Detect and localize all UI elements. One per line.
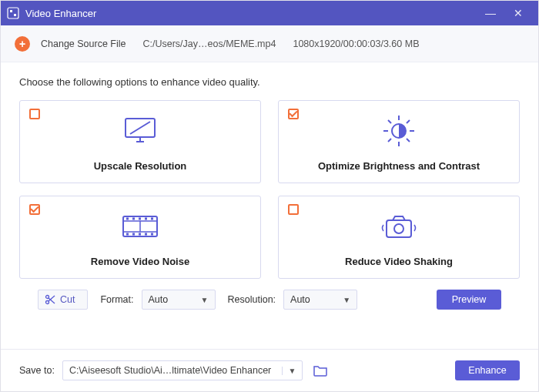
save-bar: Save to: C:\Aiseesoft Studio\Ai…ltimate\… xyxy=(1,350,538,391)
format-label: Format: xyxy=(100,294,133,305)
option-reduce-shaking[interactable]: Reduce Video Shaking xyxy=(278,196,520,279)
svg-line-13 xyxy=(407,139,410,142)
svg-point-33 xyxy=(46,296,49,299)
open-folder-button[interactable] xyxy=(310,360,330,380)
format-value: Auto xyxy=(149,294,169,305)
brightness-icon xyxy=(381,101,417,160)
source-bar: + Change Source File C:/Users/Jay…eos/ME… xyxy=(1,25,538,62)
source-path: C:/Users/Jay…eos/MEME.mp4 xyxy=(142,39,276,49)
monitor-icon xyxy=(121,101,159,160)
controls-bar: Cut Format: Auto ▼ Resolution: Auto ▼ Pr… xyxy=(19,279,520,310)
option-upscale-resolution[interactable]: Upscale Resolution xyxy=(19,100,261,183)
svg-rect-22 xyxy=(145,217,147,219)
svg-line-4 xyxy=(130,122,150,134)
source-meta: 1080x1920/00:00:03/3.60 MB xyxy=(293,39,419,49)
chevron-down-icon: ▼ xyxy=(201,296,209,304)
option-label: Reduce Video Shaking xyxy=(345,256,453,267)
cut-button[interactable]: Cut xyxy=(38,290,88,310)
content-area: Choose the following options to enhance … xyxy=(1,62,538,338)
cut-label: Cut xyxy=(60,294,75,305)
checkbox-upscale[interactable] xyxy=(29,109,40,119)
minimize-button[interactable]: — xyxy=(477,7,504,19)
svg-rect-24 xyxy=(126,233,129,235)
options-grid: Upscale Resolution Optimize Brightness a… xyxy=(19,100,520,279)
option-label: Optimize Brightness and Contrast xyxy=(318,160,480,172)
svg-line-14 xyxy=(388,139,391,142)
svg-rect-19 xyxy=(126,217,129,219)
svg-point-32 xyxy=(46,301,49,304)
checkbox-denoise[interactable] xyxy=(29,204,40,215)
svg-rect-23 xyxy=(151,217,153,219)
option-remove-noise[interactable]: Remove Video Noise xyxy=(19,196,261,279)
svg-rect-0 xyxy=(8,8,18,18)
resolution-select[interactable]: Auto ▼ xyxy=(283,290,357,310)
app-window: Video Enhancer — ✕ + Change Source File … xyxy=(0,0,539,392)
save-path-text: C:\Aiseesoft Studio\Ai…ltimate\Video Enh… xyxy=(63,365,282,376)
app-title: Video Enhancer xyxy=(25,8,96,19)
preview-button[interactable]: Preview xyxy=(437,290,501,310)
enhance-button[interactable]: Enhance xyxy=(455,360,520,380)
change-source-button[interactable]: Change Source File xyxy=(41,39,126,49)
svg-rect-30 xyxy=(387,220,411,237)
svg-rect-28 xyxy=(151,233,153,235)
scissors-icon xyxy=(45,294,55,305)
save-path-field[interactable]: C:\Aiseesoft Studio\Ai…ltimate\Video Enh… xyxy=(62,360,303,380)
checkbox-brightness[interactable] xyxy=(288,109,299,119)
plus-icon: + xyxy=(15,36,30,52)
close-button[interactable]: ✕ xyxy=(504,7,532,19)
option-label: Upscale Resolution xyxy=(94,160,187,172)
svg-rect-21 xyxy=(139,217,141,219)
filmstrip-icon xyxy=(119,196,161,256)
chevron-down-icon: ▼ xyxy=(343,296,350,304)
svg-rect-27 xyxy=(145,233,147,235)
format-select[interactable]: Auto ▼ xyxy=(142,290,216,310)
app-icon xyxy=(7,7,19,19)
svg-rect-26 xyxy=(139,233,141,235)
option-label: Remove Video Noise xyxy=(91,256,189,267)
checkbox-stabilize[interactable] xyxy=(288,204,299,215)
svg-rect-25 xyxy=(132,233,135,235)
option-optimize-brightness[interactable]: Optimize Brightness and Contrast xyxy=(278,100,520,183)
svg-line-12 xyxy=(388,120,391,123)
svg-rect-1 xyxy=(10,10,12,12)
svg-rect-2 xyxy=(14,14,16,16)
save-path-dropdown[interactable]: ▼ xyxy=(282,367,302,375)
camera-shake-icon xyxy=(379,196,419,256)
prompt-text: Choose the following options to enhance … xyxy=(19,76,520,88)
folder-icon xyxy=(313,364,327,377)
save-to-label: Save to: xyxy=(19,365,55,376)
titlebar: Video Enhancer — ✕ xyxy=(1,1,538,25)
svg-line-15 xyxy=(407,120,410,123)
resolution-label: Resolution: xyxy=(228,294,276,305)
resolution-value: Auto xyxy=(290,294,310,305)
svg-point-31 xyxy=(394,224,403,233)
svg-rect-20 xyxy=(132,217,135,219)
